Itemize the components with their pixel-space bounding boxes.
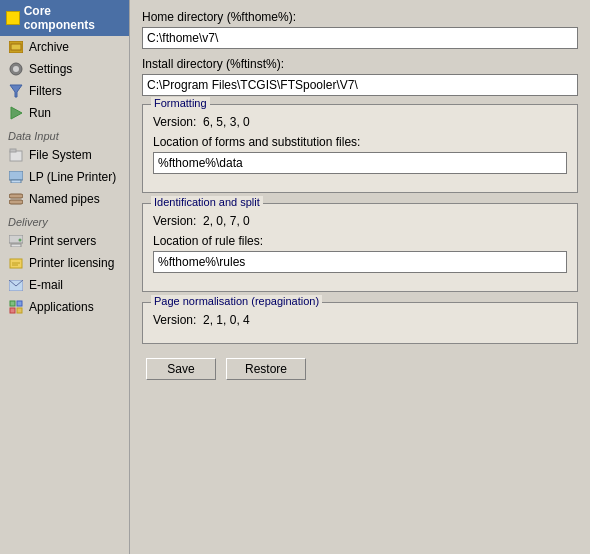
svg-rect-21 [10,308,15,313]
sidebar-item-settings-label: Settings [29,62,72,76]
svg-point-14 [19,239,22,242]
sidebar: Core components Archive Settings Filters… [0,0,130,554]
svg-rect-1 [11,44,21,50]
sidebar-item-filters-label: Filters [29,84,62,98]
home-dir-input[interactable] [142,27,578,49]
sidebar-item-print-servers[interactable]: Print servers [0,230,129,252]
sidebar-header: Core components [0,0,129,36]
formatting-group-title: Formatting [151,97,210,109]
sidebar-item-settings[interactable]: Settings [0,58,129,80]
sidebar-item-print-servers-label: Print servers [29,234,96,248]
identification-group: Identification and split Version: 2, 0, … [142,203,578,292]
run-icon [8,105,24,121]
svg-rect-11 [9,200,23,204]
print-servers-icon [8,233,24,249]
delivery-section-label: Delivery [0,210,129,230]
sidebar-item-email[interactable]: E-mail [0,274,129,296]
svg-rect-9 [11,180,21,183]
sidebar-item-named-pipes-label: Named pipes [29,192,100,206]
formatting-version: Version: 6, 5, 3, 0 [153,115,567,129]
settings-icon [8,61,24,77]
save-button[interactable]: Save [146,358,216,380]
svg-rect-7 [10,149,16,152]
identification-group-title: Identification and split [151,196,263,208]
identification-loc-input[interactable] [153,251,567,273]
sidebar-item-printer-licensing[interactable]: Printer licensing [0,252,129,274]
page-normalisation-group: Page normalisation (repagination) Versio… [142,302,578,344]
identification-version: Version: 2, 0, 7, 0 [153,214,567,228]
svg-rect-8 [9,171,23,180]
sidebar-item-printer-licensing-label: Printer licensing [29,256,114,270]
svg-rect-19 [10,301,15,306]
sidebar-item-archive-label: Archive [29,40,69,54]
svg-rect-10 [9,194,23,198]
identification-loc-label: Location of rule files: [153,234,567,248]
svg-marker-5 [11,107,22,119]
install-dir-input[interactable] [142,74,578,96]
formatting-loc-input[interactable] [153,152,567,174]
email-icon [8,277,24,293]
button-row: Save Restore [142,358,578,380]
svg-rect-13 [11,244,21,247]
applications-icon [8,299,24,315]
svg-point-3 [13,66,19,72]
sidebar-item-lp-label: LP (Line Printer) [29,170,116,184]
sidebar-item-email-label: E-mail [29,278,63,292]
core-icon [6,11,20,25]
page-normalisation-group-title: Page normalisation (repagination) [151,295,322,307]
sidebar-item-applications[interactable]: Applications [0,296,129,318]
restore-button[interactable]: Restore [226,358,306,380]
file-system-icon [8,147,24,163]
sidebar-header-label: Core components [24,4,123,32]
install-dir-label: Install directory (%ftinst%): [142,57,578,71]
sidebar-item-file-system-label: File System [29,148,92,162]
sidebar-item-named-pipes[interactable]: Named pipes [0,188,129,210]
svg-rect-22 [17,308,22,313]
lp-icon [8,169,24,185]
sidebar-item-filters[interactable]: Filters [0,80,129,102]
home-dir-label: Home directory (%fthome%): [142,10,578,24]
svg-marker-4 [10,85,22,97]
page-normalisation-version: Version: 2, 1, 0, 4 [153,313,567,327]
filters-icon [8,83,24,99]
sidebar-item-file-system[interactable]: File System [0,144,129,166]
sidebar-item-run-label: Run [29,106,51,120]
sidebar-item-archive[interactable]: Archive [0,36,129,58]
archive-icon [8,39,24,55]
main-content: Home directory (%fthome%): Install direc… [130,0,590,554]
printer-licensing-icon [8,255,24,271]
data-input-section-label: Data Input [0,124,129,144]
formatting-group: Formatting Version: 6, 5, 3, 0 Location … [142,104,578,193]
named-pipes-icon [8,191,24,207]
formatting-loc-label: Location of forms and substitution files… [153,135,567,149]
svg-rect-20 [17,301,22,306]
sidebar-item-applications-label: Applications [29,300,94,314]
sidebar-item-lp[interactable]: LP (Line Printer) [0,166,129,188]
sidebar-item-run[interactable]: Run [0,102,129,124]
